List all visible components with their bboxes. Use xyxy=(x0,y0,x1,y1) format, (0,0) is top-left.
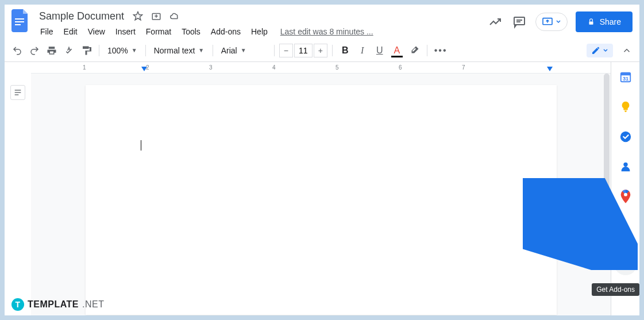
chevron-down-icon xyxy=(556,19,561,25)
font-value: Arial xyxy=(221,46,237,55)
collapse-button[interactable] xyxy=(619,43,635,59)
spellcheck-button[interactable] xyxy=(61,43,77,59)
left-gutter xyxy=(5,62,31,315)
ruler-mark: 3 xyxy=(209,64,213,71)
watermark: T TEMPLATE.NET xyxy=(11,298,104,311)
zoom-value: 100% xyxy=(107,46,128,55)
document-title[interactable]: Sample Document xyxy=(36,9,128,24)
vertical-scrollbar[interactable] xyxy=(604,74,610,246)
menu-format[interactable]: Format xyxy=(141,25,176,38)
svg-rect-1 xyxy=(15,21,24,22)
header-right: Share xyxy=(487,11,633,32)
plus-icon: + xyxy=(621,256,629,272)
star-icon[interactable] xyxy=(132,10,144,22)
svg-rect-9 xyxy=(589,21,593,24)
chevron-down-icon: ▼ xyxy=(241,47,246,53)
separator xyxy=(427,45,427,56)
separator xyxy=(145,45,146,56)
separator xyxy=(274,45,275,56)
menu-help[interactable]: Help xyxy=(246,25,272,38)
left-indent-marker[interactable] xyxy=(141,67,147,71)
menu-file[interactable]: File xyxy=(36,25,58,38)
template-logo-icon: T xyxy=(11,298,24,311)
addons-tooltip: Get Add-ons xyxy=(592,283,639,296)
watermark-brand: TEMPLATE xyxy=(28,299,79,310)
svg-rect-14 xyxy=(620,73,630,76)
separator xyxy=(99,45,99,56)
title-area: Sample Document File Edit View Insert Fo… xyxy=(36,8,487,39)
document-area: 1 2 3 4 5 6 7 xyxy=(31,62,611,315)
svg-point-16 xyxy=(620,132,630,142)
contacts-icon[interactable] xyxy=(619,160,633,174)
ruler-mark: 1 xyxy=(83,64,86,71)
more-button[interactable]: ••• xyxy=(432,43,450,59)
italic-button[interactable]: I xyxy=(354,43,371,59)
main-area: 1 2 3 4 5 6 7 31 xyxy=(5,62,639,315)
toolbar: 100%▼ Normal text▼ Arial▼ − + B I U A ••… xyxy=(5,39,639,62)
separator xyxy=(213,45,213,56)
separator xyxy=(332,45,333,56)
watermark-suffix: .NET xyxy=(82,299,104,310)
document-page[interactable] xyxy=(86,85,557,315)
svg-text:31: 31 xyxy=(622,76,628,82)
svg-rect-2 xyxy=(15,24,21,25)
font-select[interactable]: Arial▼ xyxy=(218,46,269,55)
right-indent-marker[interactable] xyxy=(547,67,553,71)
font-size-increase[interactable]: + xyxy=(314,44,327,57)
format-paint-button[interactable] xyxy=(78,43,94,59)
ruler-mark: 6 xyxy=(399,64,402,71)
ruler-mark: 5 xyxy=(336,64,339,71)
maps-icon[interactable] xyxy=(619,190,633,203)
pencil-icon xyxy=(591,46,600,55)
editing-mode-button[interactable] xyxy=(587,44,613,57)
redo-button[interactable] xyxy=(26,43,43,59)
menubar: File Edit View Insert Format Tools Add-o… xyxy=(36,24,487,39)
svg-marker-3 xyxy=(134,12,142,20)
font-size-input[interactable] xyxy=(294,44,313,57)
get-addons-button[interactable]: + xyxy=(614,252,637,275)
font-size-control: − + xyxy=(279,44,327,57)
move-icon[interactable] xyxy=(151,10,162,22)
style-select[interactable]: Normal text▼ xyxy=(151,46,208,55)
menu-addons[interactable]: Add-ons xyxy=(206,25,245,38)
svg-rect-0 xyxy=(15,18,24,20)
svg-rect-5 xyxy=(514,17,525,25)
calendar-icon[interactable]: 31 xyxy=(619,70,633,84)
share-button[interactable]: Share xyxy=(576,11,633,32)
side-panel: 31 + Get Add-ons xyxy=(611,62,639,315)
cloud-status-icon[interactable] xyxy=(169,10,180,22)
lock-icon xyxy=(587,18,595,26)
menu-insert[interactable]: Insert xyxy=(111,25,140,38)
google-docs-app: Sample Document File Edit View Insert Fo… xyxy=(5,5,639,315)
svg-point-17 xyxy=(623,163,627,167)
menu-view[interactable]: View xyxy=(83,25,110,38)
keep-icon[interactable] xyxy=(619,100,633,114)
docs-logo[interactable] xyxy=(9,9,32,32)
title-row: Sample Document xyxy=(36,8,487,24)
svg-point-18 xyxy=(624,193,627,196)
outline-button[interactable] xyxy=(10,85,25,100)
highlight-button[interactable] xyxy=(406,43,422,59)
header: Sample Document File Edit View Insert Fo… xyxy=(5,5,639,39)
share-label: Share xyxy=(600,17,621,26)
style-value: Normal text xyxy=(154,46,195,55)
chevron-down-icon: ▼ xyxy=(132,47,137,53)
undo-button[interactable] xyxy=(9,43,25,59)
underline-button[interactable]: U xyxy=(372,43,388,59)
activity-icon[interactable] xyxy=(487,14,503,30)
ruler-mark: 7 xyxy=(462,64,465,71)
print-button[interactable] xyxy=(44,43,60,59)
text-color-button[interactable]: A xyxy=(389,43,405,59)
zoom-select[interactable]: 100%▼ xyxy=(104,46,141,55)
bold-button[interactable]: B xyxy=(337,43,353,59)
last-edit-link[interactable]: Last edit was 8 minutes ... xyxy=(280,27,373,36)
menu-edit[interactable]: Edit xyxy=(59,25,82,38)
comments-icon[interactable] xyxy=(511,14,527,30)
text-cursor xyxy=(141,140,141,151)
tasks-icon[interactable] xyxy=(619,130,633,144)
ruler-mark: 4 xyxy=(272,64,276,71)
menu-tools[interactable]: Tools xyxy=(177,25,205,38)
horizontal-ruler[interactable]: 1 2 3 4 5 6 7 xyxy=(31,62,611,74)
present-button[interactable] xyxy=(535,13,568,31)
font-size-decrease[interactable]: − xyxy=(279,44,293,57)
